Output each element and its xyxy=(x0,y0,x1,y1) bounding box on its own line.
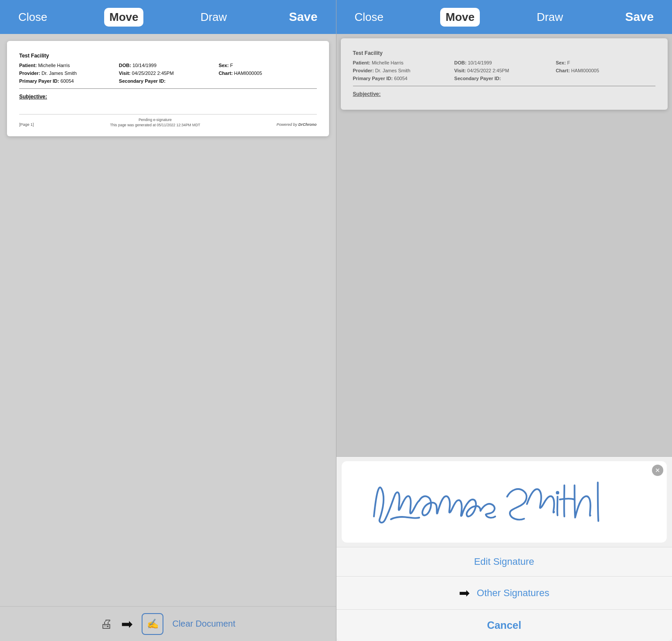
right-dob-row: DOB: 10/14/1999 xyxy=(454,60,554,67)
other-signatures-row[interactable]: ➡ Other Signatures xyxy=(336,576,672,609)
edit-signature-label: Edit Signature xyxy=(474,556,534,567)
left-panel: Close Move Draw Save Test Facility Patie… xyxy=(0,0,336,641)
facility-name: Test Facility xyxy=(19,52,317,60)
right-topbar: Close Move Draw Save xyxy=(336,0,672,34)
left-topbar: Close Move Draw Save xyxy=(0,0,336,34)
signature-icon-button[interactable]: ✍ xyxy=(142,613,163,635)
visit-value: 04/25/2022 2:45PM xyxy=(132,71,174,76)
other-signatures-label: Other Signatures xyxy=(477,587,549,599)
sex-row: Sex: F xyxy=(219,62,317,69)
right-document-card: Test Facility Patient: Michelle Harris D… xyxy=(341,38,668,110)
other-sig-arrow-icon: ➡ xyxy=(459,585,470,601)
sec-payer-row: Secondary Payer ID: xyxy=(119,78,217,85)
signature-panel: ✕ xyxy=(336,456,672,641)
left-close-button[interactable]: Close xyxy=(13,8,52,27)
doc-divider xyxy=(19,88,317,89)
right-doc-divider xyxy=(353,86,656,86)
left-draw-button[interactable]: Draw xyxy=(195,8,232,27)
clear-document-label[interactable]: Clear Document xyxy=(172,619,235,629)
sex-label: Sex: xyxy=(219,63,229,68)
doc-footer: [Page 1] Pending e-signature This page w… xyxy=(19,114,317,128)
print-icon[interactable]: 🖨 xyxy=(100,617,112,631)
cancel-label: Cancel xyxy=(487,619,521,631)
provider-label: Provider: xyxy=(19,71,40,76)
arrow-icon: ➡ xyxy=(121,616,133,632)
cancel-row[interactable]: Cancel xyxy=(336,609,672,641)
left-move-button[interactable]: Move xyxy=(104,8,143,27)
signature-box: ✕ xyxy=(342,461,667,543)
patient-label: Patient: xyxy=(19,63,37,68)
payer-row: Primary Payer ID: 60054 xyxy=(19,78,117,85)
pen-icon: ✍ xyxy=(147,618,159,630)
subjective-title: Subjective: xyxy=(19,93,317,101)
provider-value: Dr. James Smith xyxy=(41,71,77,76)
dob-value: 10/14/1999 xyxy=(132,63,156,68)
payer-label: Primary Payer ID: xyxy=(19,78,59,84)
right-patient-row: Patient: Michelle Harris xyxy=(353,60,453,67)
right-draw-button[interactable]: Draw xyxy=(531,8,568,27)
right-visit-row: Visit: 04/25/2022 2:45PM xyxy=(454,67,554,74)
chart-row: Chart: HAMI000005 xyxy=(219,70,317,77)
left-scroll-area: Test Facility Patient: Michelle Harris D… xyxy=(0,34,336,606)
patient-row: Patient: Michelle Harris xyxy=(19,62,117,69)
doc-header-grid: Patient: Michelle Harris DOB: 10/14/1999… xyxy=(19,62,317,85)
right-sex-row: Sex: F xyxy=(556,60,655,67)
footer-powered: Powered by DrChrono xyxy=(276,122,316,128)
visit-row: Visit: 04/25/2022 2:45PM xyxy=(119,70,217,77)
footer-pending: Pending e-signature This page was genera… xyxy=(110,117,200,128)
right-chart-row: Chart: HAMI000005 xyxy=(556,67,655,74)
provider-row: Provider: Dr. James Smith xyxy=(19,70,117,77)
patient-value: Michelle Harris xyxy=(38,63,70,68)
right-doc-area: Test Facility Patient: Michelle Harris D… xyxy=(336,34,672,456)
left-save-button[interactable]: Save xyxy=(284,7,322,27)
right-close-button[interactable]: Close xyxy=(350,8,389,27)
footer-page: [Page 1] xyxy=(19,122,34,128)
left-bottom-bar: 🖨 ➡ ✍ Clear Document xyxy=(0,606,336,641)
right-provider-row: Provider: Dr. James Smith xyxy=(353,67,453,74)
svg-point-0 xyxy=(556,491,559,494)
right-subjective-title: Subjective: xyxy=(353,91,656,98)
right-panel: Close Move Draw Save Test Facility Patie… xyxy=(336,0,672,641)
payer-value: 60054 xyxy=(61,78,74,84)
dob-label: DOB: xyxy=(119,63,131,68)
right-facility-name: Test Facility xyxy=(353,50,656,57)
right-sec-payer-row: Secondary Payer ID: xyxy=(454,75,554,82)
chart-label: Chart: xyxy=(219,71,233,76)
dob-row: DOB: 10/14/1999 xyxy=(119,62,217,69)
visit-label: Visit: xyxy=(119,71,131,76)
right-payer-row: Primary Payer ID: 60054 xyxy=(353,75,453,82)
signature-close-button[interactable]: ✕ xyxy=(652,465,663,476)
edit-signature-row[interactable]: Edit Signature xyxy=(336,547,672,576)
right-save-button[interactable]: Save xyxy=(620,7,659,27)
left-document-card: Test Facility Patient: Michelle Harris D… xyxy=(7,41,329,136)
signature-svg xyxy=(363,466,646,539)
chart-value: HAMI000005 xyxy=(234,71,262,76)
sex-value: F xyxy=(230,63,233,68)
right-move-button[interactable]: Move xyxy=(440,8,479,27)
right-doc-header-grid: Patient: Michelle Harris DOB: 10/14/1999… xyxy=(353,60,656,82)
sec-payer-label: Secondary Payer ID: xyxy=(119,78,166,84)
